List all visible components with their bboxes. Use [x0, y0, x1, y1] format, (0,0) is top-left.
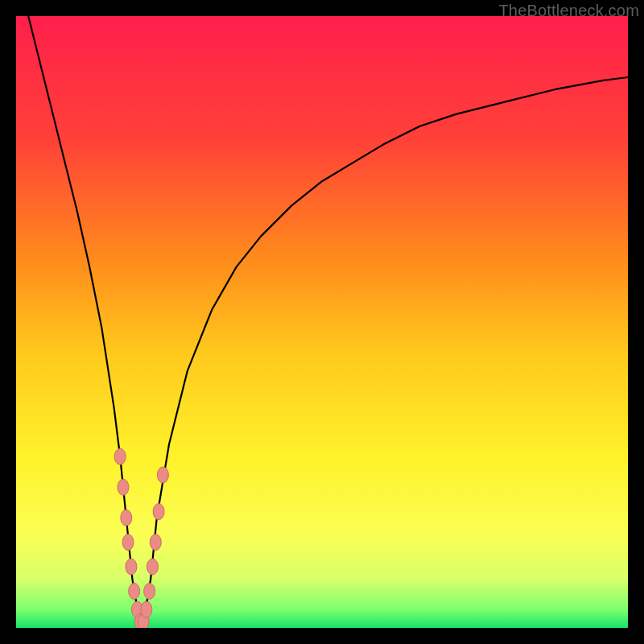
- scatter-dot: [144, 583, 155, 599]
- scatter-dot: [141, 601, 152, 617]
- bottleneck-chart: [16, 16, 628, 628]
- scatter-dot: [153, 504, 164, 520]
- scatter-dot: [157, 467, 168, 483]
- scatter-dot: [129, 583, 140, 599]
- plot-area: [16, 16, 628, 628]
- scatter-dot: [122, 535, 134, 551]
- scatter-dot: [114, 448, 126, 464]
- scatter-dot: [118, 479, 129, 495]
- gradient-background: [16, 16, 628, 628]
- scatter-dot: [147, 559, 158, 575]
- chart-frame: TheBottleneck.com: [0, 0, 644, 644]
- scatter-dot: [126, 559, 137, 575]
- scatter-dot: [121, 510, 132, 526]
- watermark-text: TheBottleneck.com: [498, 2, 639, 20]
- scatter-dot: [150, 535, 161, 551]
